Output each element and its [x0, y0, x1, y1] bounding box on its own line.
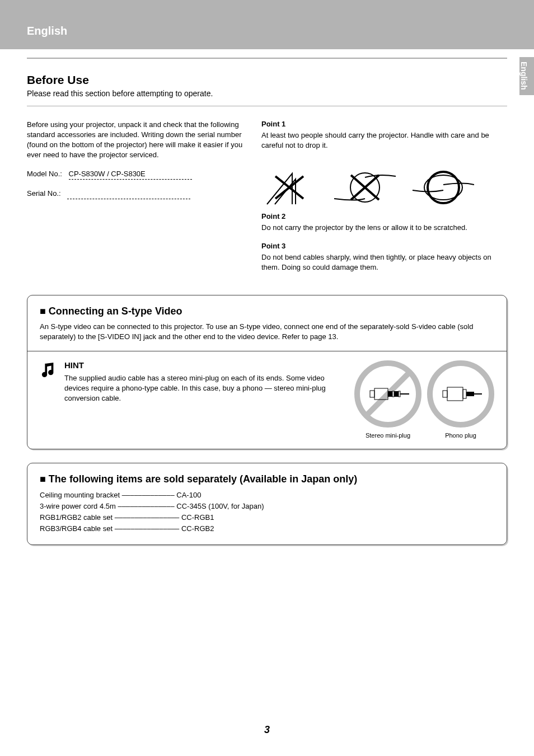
point-1-text: At least two people should carry the pro… [261, 130, 499, 151]
svg-point-6 [428, 172, 459, 203]
phono-plug-icon [427, 360, 494, 428]
svg-rect-20 [466, 392, 474, 396]
model-value: CP-S830W / CP-S830E [69, 169, 192, 180]
model-label: Model No.: [27, 170, 62, 178]
page-number: 3 [0, 724, 534, 736]
svg-rect-19 [463, 389, 466, 398]
accessories-title: ■ The following items are sold separatel… [40, 473, 494, 485]
header-band: English [0, 0, 534, 49]
svg-rect-13 [394, 391, 399, 397]
accessories-list: Ceiling mounting bracket ––––––––––––– C… [40, 490, 494, 534]
point-3-title: Point 3 [261, 242, 499, 250]
plug-phono-group: Phono plug [427, 360, 494, 439]
svg-rect-12 [392, 391, 394, 397]
svg-rect-9 [370, 391, 374, 397]
rule-under-title [27, 106, 507, 106]
point-3-text: Do not bend cables sharply, wind then ti… [261, 252, 499, 273]
intro-paragraph: Before using your projector, unpack it a… [27, 120, 248, 160]
side-language-label: English [519, 57, 528, 90]
serial-line: Serial No.: [27, 189, 248, 199]
header-language-tab: English [27, 25, 67, 37]
section-title: Before Use [27, 73, 507, 87]
hint-title: HINT [64, 360, 346, 370]
phono-plug-label: Phono plug [427, 432, 494, 439]
svg-point-16 [430, 363, 491, 425]
accessory-2: 3-wire power cord 4.5m –––––––––––––– CC… [40, 501, 494, 512]
accessory-4: RGB3/RGB4 cable set –––––––––––––––– CC-… [40, 523, 494, 534]
accessories-box: ■ The following items are sold separatel… [27, 463, 507, 545]
rule-top [27, 58, 507, 59]
svideo-title: ■ Connecting an S-type Video [40, 306, 494, 317]
svg-rect-18 [447, 387, 463, 401]
right-column: Point 1 At least two people should carry… [261, 120, 499, 281]
svg-rect-11 [388, 391, 392, 397]
hint-text-block: HINT The supplied audio cable has a ster… [64, 360, 346, 403]
serial-label: Serial No.: [27, 189, 61, 198]
point-1-title: Point 1 [261, 120, 499, 128]
hint-body: The supplied audio cable has a stereo mi… [64, 373, 346, 403]
side-language-tab: English [519, 57, 534, 95]
mini-plug-no-icon [354, 360, 421, 428]
model-line: Model No.: CP-S830W / CP-S830E [27, 169, 248, 180]
left-column: Before using your projector, unpack it a… [27, 120, 248, 281]
svg-rect-17 [443, 391, 447, 397]
two-column-row: Before using your projector, unpack it a… [27, 120, 507, 281]
plug-mini-group: Stereo mini-plug [354, 360, 421, 439]
plug-figures: Stereo mini-plug Phono plug [354, 360, 494, 439]
svideo-text: An S-type video can be connected to this… [40, 322, 494, 342]
section-subtitle: Please read this section before attempti… [27, 89, 507, 98]
accessory-3: RGB1/RGB2 cable set –––––––––––––––– CC-… [40, 512, 494, 523]
mini-plug-label: Stereo mini-plug [354, 432, 421, 439]
svg-rect-14 [399, 391, 400, 397]
serial-blank [67, 189, 190, 199]
cable-handling-diagram [261, 165, 474, 210]
page-content: Before Use Please read this section befo… [0, 58, 534, 545]
hint-row: HINT The supplied audio cable has a ster… [40, 360, 494, 439]
svideo-box: ■ Connecting an S-type Video An S-type v… [27, 295, 507, 449]
accessory-1: Ceiling mounting bracket ––––––––––––– C… [40, 490, 494, 501]
music-note-icon [40, 361, 57, 378]
svideo-divider [27, 351, 507, 351]
point-2-text: Do not carry the projector by the lens o… [261, 223, 499, 233]
point-2-title: Point 2 [261, 212, 499, 220]
